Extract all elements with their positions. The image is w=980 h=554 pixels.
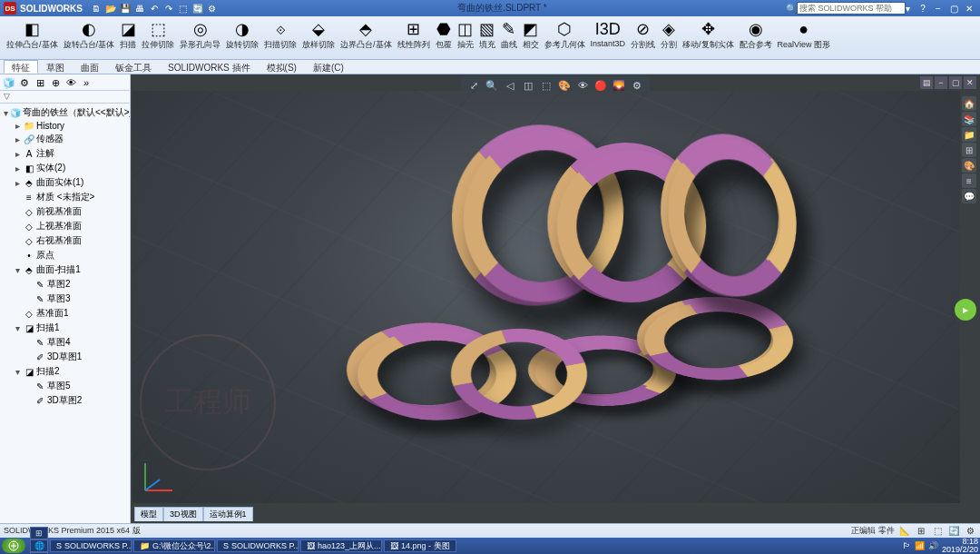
tree-item[interactable]: ≡材质 <未指定> [2,190,128,204]
doc-maximize-icon[interactable]: ▢ [949,76,962,89]
doc-minimize-icon[interactable]: − [935,76,947,89]
tree-item[interactable]: ◇前视基准面 [2,204,128,219]
view-palette-icon[interactable]: ⊞ [962,143,976,157]
expand-icon[interactable]: ▸ [13,121,22,131]
print-icon[interactable]: 🖶 [133,2,146,15]
taskbar-task[interactable]: 🖼hao123_上网从... [300,539,382,552]
tree-item[interactable]: ▸A注解 [2,146,128,161]
tab-新建(C)[interactable]: 新建(C) [305,60,352,74]
ribbon-RealView 图形[interactable]: ●RealView 图形 [775,18,833,57]
tree-root[interactable]: ▾ 🧊 弯曲的铁丝（默认<<默认>_显... [2,105,128,120]
expand-icon[interactable]: ▾ [4,108,8,118]
help-icon[interactable]: ? [916,2,930,15]
taskbar-task[interactable]: 🖼14.png - 美图 [384,539,456,552]
ribbon-扫描[interactable]: ◪扫描 [117,18,139,57]
tree-item[interactable]: ✎草图4 [2,335,128,350]
expand-icon[interactable]: ▸ [13,178,22,188]
save-icon[interactable]: 💾 [119,2,132,15]
tree-item[interactable]: ✎草图2 [2,277,128,292]
maximize-icon[interactable]: ▢ [946,2,961,15]
expand-icon[interactable]: ▾ [13,265,22,275]
new-icon[interactable]: 🗎 [90,2,103,15]
rebuild-icon[interactable]: 🔄 [191,2,204,15]
ribbon-线性阵列[interactable]: ⊞线性阵列 [395,18,433,57]
status-custom-icon[interactable]: ⬚ [931,526,944,537]
tree-item[interactable]: •原点 [2,248,128,262]
ribbon-拉伸切除[interactable]: ⬚拉伸切除 [139,18,177,57]
ribbon-Instant3D[interactable]: I3DInstant3D [588,18,629,57]
tree-item[interactable]: ✐3D草图1 [2,350,128,364]
tray-volume-icon[interactable]: 🔊 [928,541,938,550]
dimxpert-manager-icon[interactable]: ⊕ [48,76,63,89]
tab-钣金工具[interactable]: 钣金工具 [107,60,160,74]
open-icon[interactable]: 📂 [104,2,117,15]
tree-item[interactable]: ▸⬘曲面实体(1) [2,175,128,190]
options-icon[interactable]: ⚙ [206,2,219,15]
tree-item[interactable]: ✎草图3 [2,292,128,306]
tray-network-icon[interactable]: 📶 [915,541,925,550]
ribbon-异形孔向导[interactable]: ◎异形孔向导 [177,18,223,57]
panel-overflow-icon[interactable]: » [79,76,93,89]
tree-item[interactable]: ▾⬘曲面-扫描1 [2,262,128,277]
view-triad[interactable] [140,460,176,496]
redo-icon[interactable]: ↷ [162,2,175,15]
tab-特征[interactable]: 特征 [4,60,38,74]
tree-item[interactable]: ▸◧实体(2) [2,161,128,175]
tab-曲面[interactable]: 曲面 [73,60,107,74]
tree-item[interactable]: ◇右视基准面 [2,233,128,248]
expand-icon[interactable]: ▸ [13,134,22,144]
pinned-app[interactable]: ⊞ [30,527,48,539]
taskbar-clock[interactable]: 8:18 2019/2/20 [942,538,978,554]
ribbon-边界凸台/基体[interactable]: ⬘边界凸台/基体 [338,18,395,57]
search-input[interactable] [797,2,906,15]
expand-icon[interactable]: ▾ [13,367,22,377]
start-button[interactable] [2,539,25,553]
feature-tree-icon[interactable]: 🧊 [2,76,16,89]
status-gear-icon[interactable]: ⚙ [964,526,976,537]
ribbon-分割线[interactable]: ⊘分割线 [628,18,658,57]
search-dropdown-icon[interactable]: ▾ [906,4,910,14]
ribbon-包覆[interactable]: ⬣包覆 [433,18,455,57]
ribbon-移动/复制实体[interactable]: ✥移动/复制实体 [680,18,737,57]
tree-item[interactable]: ▾◪扫描1 [2,321,128,335]
status-reload-icon[interactable]: 🔄 [947,526,960,537]
minimize-icon[interactable]: − [931,2,946,15]
tab-模拟(S)[interactable]: 模拟(S) [259,60,305,74]
display-manager-icon[interactable]: 👁 [64,76,78,89]
tab-SOLIDWORKS 插件[interactable]: SOLIDWORKS 插件 [160,60,259,74]
expand-icon[interactable]: ▾ [13,323,22,333]
ribbon-旋转切除[interactable]: ◑旋转切除 [223,18,261,57]
tree-item[interactable]: ✎草图5 [2,379,128,393]
taskbar-task[interactable]: SSOLIDWORKS P... [50,539,132,552]
ribbon-填充[interactable]: ▧填充 [476,18,498,57]
tree-item[interactable]: ▸📁History [2,120,128,132]
appearances-icon[interactable]: 🎨 [962,158,976,173]
design-library-icon[interactable]: 📚 [962,112,976,126]
file-explorer-icon[interactable]: 📁 [962,127,976,142]
ribbon-放样切除[interactable]: ⬙放样切除 [299,18,338,57]
tree-filter[interactable]: ▽ [0,91,130,104]
doc-close-icon[interactable]: ✕ [964,76,976,89]
tree-item[interactable]: ◇上视基准面 [2,219,128,233]
motion-tab[interactable]: 模型 [134,507,163,521]
ribbon-分割[interactable]: ◈分割 [658,18,680,57]
graphics-viewport[interactable]: ⤢ 🔍 ◁ ◫ ⬚ 🎨 👁 🔴 🌄 ⚙ ▤ − ▢ ✕ 🏠 📚 📁 ⊞ 🎨 ≡ … [131,74,980,523]
tree-item[interactable]: ▸🔗传感器 [2,132,128,146]
ribbon-拉伸凸台/基体[interactable]: ◧拉伸凸台/基体 [4,18,61,57]
status-unit-icon[interactable]: 📐 [898,526,911,537]
close-icon[interactable]: ✕ [962,2,976,15]
motion-tab[interactable]: 3D视图 [163,507,203,521]
ribbon-曲线[interactable]: ✎曲线 [498,18,520,57]
ribbon-旋转凸台/基体[interactable]: ◐旋转凸台/基体 [61,18,118,57]
undo-icon[interactable]: ↶ [148,2,161,15]
custom-props-icon[interactable]: ≡ [962,173,976,188]
ribbon-相交[interactable]: ◩相交 [520,18,542,57]
configuration-manager-icon[interactable]: ⊞ [33,76,47,89]
tab-草图[interactable]: 草图 [38,60,73,74]
sw-resources-icon[interactable]: 🏠 [962,96,976,111]
model-canvas[interactable]: 工程师 [132,91,960,503]
ribbon-扫描切除[interactable]: ⟐扫描切除 [261,18,299,57]
doc-menu-icon[interactable]: ▤ [920,76,933,89]
expand-icon[interactable]: ▸ [13,149,22,159]
ribbon-抽壳[interactable]: ◫抽壳 [455,18,476,57]
